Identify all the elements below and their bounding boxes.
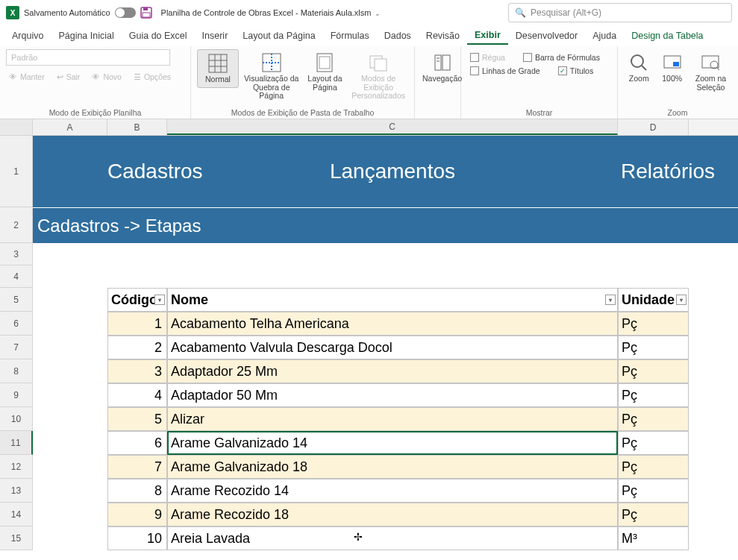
col-header-a[interactable]: A (33, 119, 107, 135)
cell-unidade[interactable]: Pç (618, 479, 689, 503)
row-header[interactable]: 8 (0, 359, 33, 383)
cell-unidade[interactable]: Pç (618, 503, 689, 526)
cell-codigo[interactable]: 7 (107, 455, 167, 479)
col-header-b[interactable]: B (107, 119, 167, 135)
filter-icon[interactable]: ▾ (605, 295, 616, 305)
row-header[interactable]: 1 (0, 136, 33, 207)
cell-unidade[interactable]: Pç (618, 407, 689, 431)
navigation-button[interactable]: Navegação (421, 49, 463, 86)
table-row[interactable]: 10Areia LavadaM³ (33, 526, 738, 550)
autosave-toggle[interactable] (115, 7, 136, 18)
cell-unidade[interactable]: Pç (618, 455, 689, 479)
row-header[interactable]: 5 (0, 288, 33, 312)
cell-codigo[interactable]: 3 (107, 359, 167, 383)
menu-guia-excel[interactable]: Guia do Excel (122, 28, 195, 44)
header-nome[interactable]: Nome▾ (167, 288, 618, 312)
cell-codigo[interactable]: 9 (107, 503, 167, 526)
menu-exibir[interactable]: Exibir (467, 27, 508, 45)
menu-pagina-inicial[interactable]: Página Inicial (51, 28, 121, 44)
formula-bar-checkbox[interactable]: Barra de Fórmulas (520, 52, 603, 63)
zoom-selection-button[interactable]: Zoom na Seleção (690, 49, 731, 95)
cell-nome[interactable]: Adaptador 25 Mm (167, 359, 618, 383)
filter-icon[interactable]: ▾ (676, 295, 687, 305)
menu-revisao[interactable]: Revisão (419, 28, 467, 44)
cell-nome[interactable]: Acabamento Valvula Descarga Docol (167, 336, 618, 359)
row-header[interactable]: 3 (0, 243, 33, 265)
cell-nome[interactable]: Alizar (167, 407, 618, 431)
cell-codigo[interactable]: 6 (107, 431, 167, 455)
menu-design-tabela[interactable]: Design da Tabela (624, 28, 710, 44)
row-header[interactable]: 15 (0, 526, 33, 550)
cell-nome[interactable]: Acabamento Telha Americana (167, 312, 618, 336)
cell-nome[interactable]: Arame Galvanizado 18 (167, 455, 618, 479)
search-input[interactable]: 🔍 Pesquisar (Alt+G) (508, 3, 732, 22)
headings-checkbox[interactable]: Títulos (555, 66, 597, 76)
table-row[interactable]: 5AlizarPç (33, 407, 738, 431)
menu-layout[interactable]: Layout da Página (235, 28, 322, 44)
cell-unidade[interactable]: Pç (618, 383, 689, 407)
row-header[interactable]: 6 (0, 312, 33, 336)
cell-unidade[interactable]: Pç (618, 336, 689, 359)
cell-nome[interactable]: Arame Recozido 18 (167, 503, 618, 526)
cell-codigo[interactable]: 4 (107, 383, 167, 407)
row-header[interactable]: 13 (0, 479, 33, 503)
header-unidade[interactable]: Unidade▾ (618, 288, 689, 312)
row-header[interactable]: 4 (0, 265, 33, 288)
menu-formulas[interactable]: Fórmulas (323, 28, 377, 44)
row-header[interactable]: 10 (0, 407, 33, 431)
cell-unidade[interactable]: Pç (618, 359, 689, 383)
cell-codigo[interactable]: 2 (107, 336, 167, 359)
cell-codigo[interactable]: 5 (107, 407, 167, 431)
table-row[interactable]: 1Acabamento Telha AmericanaPç (33, 312, 738, 336)
table-row[interactable]: 9Arame Recozido 18Pç (33, 503, 738, 526)
sheet-view-dropdown[interactable]: Padrão (6, 49, 170, 66)
cell-unidade[interactable]: Pç (618, 431, 689, 455)
menu-dados[interactable]: Dados (377, 28, 419, 44)
table-row[interactable]: 3Adaptador 25 MmPç (33, 359, 738, 383)
cell-codigo[interactable]: 8 (107, 479, 167, 503)
opcoes-button[interactable]: ☰Opções (131, 72, 174, 82)
page-layout-button[interactable]: Layout da Página (304, 49, 346, 95)
sair-button[interactable]: ↩Sair (54, 72, 84, 82)
save-icon[interactable] (140, 7, 152, 19)
row-header[interactable]: 2 (0, 207, 33, 243)
cell-codigo[interactable]: 1 (107, 312, 167, 336)
nav-relatorios[interactable]: Relatórios (621, 160, 715, 183)
autosave-control[interactable]: Salvamento Automático (24, 7, 136, 18)
cell-unidade[interactable]: M³ (618, 526, 689, 550)
table-row[interactable]: 2Acabamento Valvula Descarga DocolPç (33, 336, 738, 359)
zoom-button[interactable]: Zoom (624, 49, 654, 86)
row-header[interactable]: 9 (0, 383, 33, 407)
menu-desenvolvedor[interactable]: Desenvolvedor (508, 28, 585, 44)
gridlines-checkbox[interactable]: Linhas de Grade (467, 66, 543, 76)
cells[interactable]: Cadastros Lançamentos Relatórios Cadastr… (33, 136, 738, 550)
col-header-c[interactable]: C (167, 119, 618, 135)
col-header-d[interactable]: D (618, 119, 689, 135)
cell-nome[interactable]: Arame Galvanizado 14 (167, 431, 618, 455)
custom-views-button[interactable]: Modos de Exibição Personalizados (348, 49, 408, 104)
nav-lancamentos[interactable]: Lançamentos (330, 160, 455, 183)
cell-codigo[interactable]: 10 (107, 526, 167, 550)
menu-inserir[interactable]: Inserir (195, 28, 236, 44)
row-header[interactable]: 14 (0, 503, 33, 526)
filter-icon[interactable]: ▾ (154, 295, 165, 305)
cell-unidade[interactable]: Pç (618, 312, 689, 336)
empty-row[interactable] (33, 243, 738, 265)
page-break-view-button[interactable]: Visualização da Quebra de Página (242, 49, 301, 104)
filename[interactable]: Planilha de Controle de Obras Excel - Ma… (161, 8, 381, 17)
table-row[interactable]: 4Adaptador 50 MmPç (33, 383, 738, 407)
cell-nome[interactable]: Arame Recozido 14 (167, 479, 618, 503)
empty-row[interactable] (33, 265, 738, 288)
cell-nome[interactable]: Areia Lavada (167, 526, 618, 550)
table-row[interactable]: 7Arame Galvanizado 18Pç (33, 455, 738, 479)
table-row[interactable]: 6Arame Galvanizado 14Pç (33, 431, 738, 455)
row-header[interactable]: 7 (0, 336, 33, 359)
cell-nome[interactable]: Adaptador 50 Mm (167, 383, 618, 407)
select-all-triangle[interactable] (0, 119, 33, 135)
ruler-checkbox[interactable]: Régua (467, 52, 508, 63)
header-codigo[interactable]: Código▾ (107, 288, 167, 312)
novo-button[interactable]: 👁Novo (89, 72, 125, 82)
row-header[interactable]: 12 (0, 455, 33, 479)
zoom-100-button[interactable]: 100% (657, 49, 687, 86)
menu-arquivo[interactable]: Arquivo (4, 28, 51, 44)
